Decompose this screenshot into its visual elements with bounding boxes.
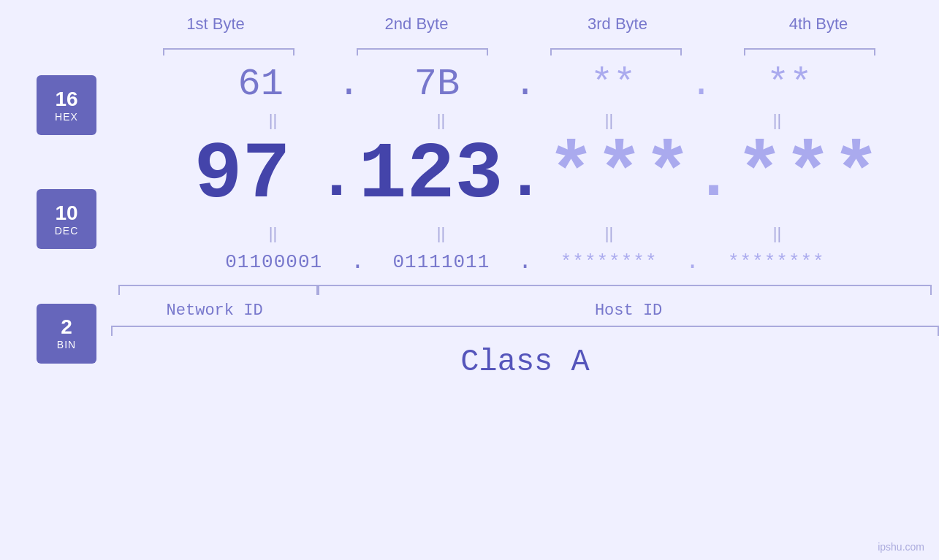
dec-badge: 10 DEC <box>37 189 96 249</box>
dot-sep-bin-1: . <box>351 248 365 275</box>
hex-base-name: HEX <box>55 111 78 123</box>
byte1-hex-cell: 61 <box>188 63 334 106</box>
byte3-bin-cell: ******** <box>536 251 682 273</box>
dot-sep-bin-2: . <box>518 248 532 275</box>
hex-badge: 16 HEX <box>37 75 96 135</box>
byte2-bin-cell: 01111011 <box>368 251 514 273</box>
base-labels-column: 16 HEX 10 DEC 2 BIN <box>37 59 96 380</box>
network-bracket <box>111 285 318 298</box>
bin-badge: 2 BIN <box>37 304 96 364</box>
bracket-line-row <box>111 285 939 298</box>
hex-base-num: 16 <box>55 88 77 111</box>
network-id-area: Network ID <box>111 302 318 320</box>
network-id-label: Network ID <box>167 302 263 320</box>
dot-sep-dec-3: . <box>694 140 734 216</box>
sep2-2: || <box>368 224 514 243</box>
byte4-header: 4th Byte <box>745 15 892 34</box>
host-id-label: Host ID <box>595 302 662 320</box>
sep2-3: || <box>536 224 683 243</box>
sep-row-2: || || || || <box>111 219 939 248</box>
byte4-hex-value: ** <box>767 63 812 106</box>
id-section: Network ID Host ID Class A <box>111 285 939 380</box>
byte1-bin-value: 01100001 <box>225 251 322 273</box>
byte4-dec-value: *** <box>735 129 880 220</box>
byte4-bracket <box>729 41 890 55</box>
sep1-4: || <box>704 111 851 130</box>
byte2-dec-value: 123 <box>358 129 503 220</box>
byte3-bin-value: ******** <box>560 251 658 273</box>
top-brackets <box>132 41 906 55</box>
main-container: 1st Byte 2nd Byte 3rd Byte 4th Byte 16 H… <box>0 0 939 560</box>
dot-sep-dec-2: . <box>505 140 544 216</box>
byte3-dec-value: *** <box>547 129 691 220</box>
byte2-hex-value: 7B <box>414 63 460 106</box>
byte3-header: 3rd Byte <box>544 15 691 34</box>
sep2-4: || <box>704 224 851 243</box>
byte1-header: 1st Byte <box>142 15 289 34</box>
dot-sep-bin-3: . <box>685 248 699 275</box>
byte2-header: 2nd Byte <box>343 15 490 34</box>
bin-base-name: BIN <box>57 339 76 350</box>
class-label: Class A <box>111 345 939 380</box>
byte1-dec-cell: 97 <box>169 135 315 215</box>
sep2-1: || <box>200 224 346 243</box>
watermark: ipshu.com <box>878 541 924 553</box>
byte4-bin-cell: ******** <box>703 251 849 273</box>
host-bracket <box>318 285 939 298</box>
byte3-bracket <box>536 41 696 55</box>
hex-row: 61 . 7B . ** . ** <box>111 63 939 106</box>
byte2-dec-cell: 123 <box>357 135 503 215</box>
dec-base-name: DEC <box>55 225 79 237</box>
dec-row: 97 . 123 . *** . *** <box>111 135 939 215</box>
dot-sep-hex-2: . <box>514 66 536 104</box>
byte3-dec-cell: *** <box>547 135 693 215</box>
values-section: 61 . 7B . ** . ** || || <box>111 59 939 380</box>
sep1-2: || <box>368 111 514 130</box>
id-labels-row: Network ID Host ID <box>111 302 939 320</box>
byte-headers-row: 1st Byte 2nd Byte 3rd Byte 4th Byte <box>115 15 919 37</box>
byte3-hex-cell: ** <box>540 63 686 106</box>
byte2-bracket <box>342 41 503 55</box>
host-id-area: Host ID <box>318 302 939 320</box>
byte1-bin-cell: 01100001 <box>201 251 347 273</box>
dec-base-num: 10 <box>55 202 77 225</box>
byte4-hex-cell: ** <box>716 63 862 106</box>
byte1-dec-value: 97 <box>194 129 290 220</box>
sep1-3: || <box>536 111 683 130</box>
bottom-bracket <box>111 326 939 339</box>
dot-sep-dec-1: . <box>316 140 356 216</box>
byte1-hex-value: 61 <box>237 63 283 106</box>
dot-sep-hex-1: . <box>338 66 360 104</box>
bin-row: 01100001 . 01111011 . ******** . *******… <box>111 248 939 275</box>
byte2-bin-value: 01111011 <box>392 251 490 273</box>
bin-base-num: 2 <box>61 316 72 339</box>
byte1-bracket <box>148 41 309 55</box>
byte4-dec-cell: *** <box>735 135 881 215</box>
sep1-1: || <box>200 111 346 130</box>
byte2-hex-cell: 7B <box>364 63 510 106</box>
dot-sep-hex-3: . <box>690 66 712 104</box>
byte3-hex-value: ** <box>590 63 636 106</box>
byte4-bin-value: ******** <box>728 251 825 273</box>
